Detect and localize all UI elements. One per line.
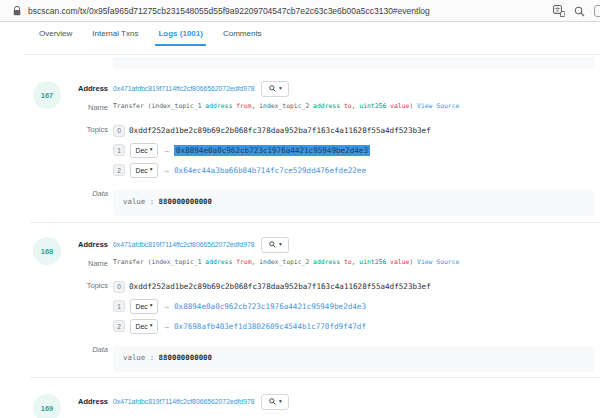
log-address-link[interactable]: 0x471afdbc819f7114ffc2cf8066562072edfd97… — [113, 241, 254, 248]
tab-logs[interactable]: Logs (1001) — [155, 29, 205, 46]
event-signature: Transfer (index_topic_1 address from, in… — [113, 102, 459, 110]
lock-icon — [13, 6, 21, 16]
view-source-link[interactable]: View Source — [417, 258, 459, 266]
topic-index-badge: 0 — [113, 125, 125, 137]
browser-address-bar[interactable]: bscscan.com/tx/0x95fa965d71275cb23154805… — [0, 0, 600, 22]
topic-value-link-selected[interactable]: 0x8894e0a0c962cb723c1976a4421c95949be2d4… — [174, 145, 370, 156]
log-data-box: value : 880000000000 — [113, 346, 595, 372]
chevron-down-icon: ▾ — [150, 323, 153, 329]
tab-internal-txns[interactable]: Internal Txns — [89, 29, 141, 44]
address-filter-button[interactable]: ▾ — [261, 394, 289, 410]
topic-index-badge: 1 — [113, 300, 125, 312]
arrow-right-icon: → — [162, 302, 170, 311]
chevron-down-icon: ▾ — [150, 147, 153, 153]
topic-value-link[interactable]: 0x8894e0a0c962cb723c1976a4421c95949be2d4… — [174, 302, 366, 311]
previous-entry-data-box-partial — [113, 57, 595, 69]
entry-divider — [30, 377, 600, 378]
chevron-down-icon: ▾ — [279, 399, 282, 405]
logs-list: 167 Address 0x471afdbc819f7114ffc2cf8066… — [0, 55, 600, 418]
chevron-down-icon: ▾ — [150, 303, 153, 309]
magnifier-icon — [269, 241, 276, 248]
topic-index-badge: 2 — [113, 320, 125, 332]
event-signature: Transfer (index_topic_1 address from, in… — [113, 258, 459, 266]
topic-value-link[interactable]: 0x7698afb403ef1d3802609c4544b1c770fd9f47… — [174, 322, 366, 331]
log-entry-167: 167 Address 0x471afdbc819f7114ffc2cf8066… — [23, 80, 600, 216]
magnifier-icon — [269, 85, 276, 92]
address-filter-button[interactable]: ▾ — [261, 81, 289, 97]
tab-overview[interactable]: Overview — [36, 29, 75, 44]
topic-index-badge: 2 — [113, 164, 125, 176]
tab-bar: Overview Internal Txns Logs (1001) Comme… — [23, 22, 600, 55]
log-address-link[interactable]: 0x471afdbc819f7114ffc2cf8066562072edfd97… — [113, 398, 254, 405]
translate-icon[interactable]: 文 — [553, 5, 565, 17]
entry-divider — [30, 222, 600, 223]
log-entry-169: 169 Address 0x471afdbc819f7114ffc2cf8066… — [23, 393, 600, 415]
chevron-down-icon: ▾ — [279, 242, 282, 248]
chevron-down-icon: ▾ — [279, 86, 282, 92]
topic-index-badge: 1 — [113, 144, 125, 156]
decode-format-select[interactable]: Dec▾ — [130, 163, 158, 178]
decode-format-select[interactable]: Dec▾ — [130, 143, 158, 158]
address-filter-button[interactable]: ▾ — [261, 237, 289, 253]
decode-format-select[interactable]: Dec▾ — [130, 319, 158, 334]
log-data-box: value : 880000000000 — [113, 190, 595, 216]
zoom-icon[interactable] — [574, 6, 585, 17]
log-index-badge: 168 — [33, 237, 61, 265]
data-label: Data — [23, 344, 108, 354]
log-address-link[interactable]: 0x471afdbc819f7114ffc2cf8066562072edfd97… — [113, 85, 254, 92]
url-text[interactable]: bscscan.com/tx/0x95fa965d71275cb23154805… — [28, 6, 430, 16]
arrow-right-icon: → — [162, 166, 170, 175]
topics-label: Topics — [23, 124, 108, 134]
bscscan-eventlog-page: bscscan.com/tx/0x95fa965d71275cb23154805… — [0, 0, 600, 418]
view-source-link[interactable]: View Source — [417, 102, 459, 110]
topics-label: Topics — [23, 280, 108, 290]
log-index-badge: 167 — [33, 81, 61, 109]
data-label: Data — [23, 188, 108, 198]
chevron-down-icon: ▾ — [150, 167, 153, 173]
topic-signature-hash: 0xddf252ad1be2c89b69c2b068fc378daa952ba7… — [129, 126, 431, 135]
log-index-badge: 169 — [33, 394, 61, 418]
topic-value-link[interactable]: 0x64ec44a3ba66b84b714fc7ce529dd476efde22… — [174, 166, 366, 175]
profile-icon-partial[interactable] — [594, 5, 600, 17]
svg-text:文: 文 — [554, 6, 561, 14]
magnifier-icon — [269, 398, 276, 405]
topic-signature-hash: 0xddf252ad1be2c89b69c2b068fc378daa952ba7… — [129, 282, 431, 291]
arrow-right-icon: → — [162, 146, 170, 155]
arrow-right-icon: → — [162, 322, 170, 331]
decode-format-select[interactable]: Dec▾ — [130, 299, 158, 314]
topic-index-badge: 0 — [113, 281, 125, 293]
tab-comments[interactable]: Comments — [220, 29, 265, 44]
browser-toolbar-icons: 文 — [553, 0, 600, 22]
log-entry-168: 168 Address 0x471afdbc819f7114ffc2cf8066… — [23, 236, 600, 372]
